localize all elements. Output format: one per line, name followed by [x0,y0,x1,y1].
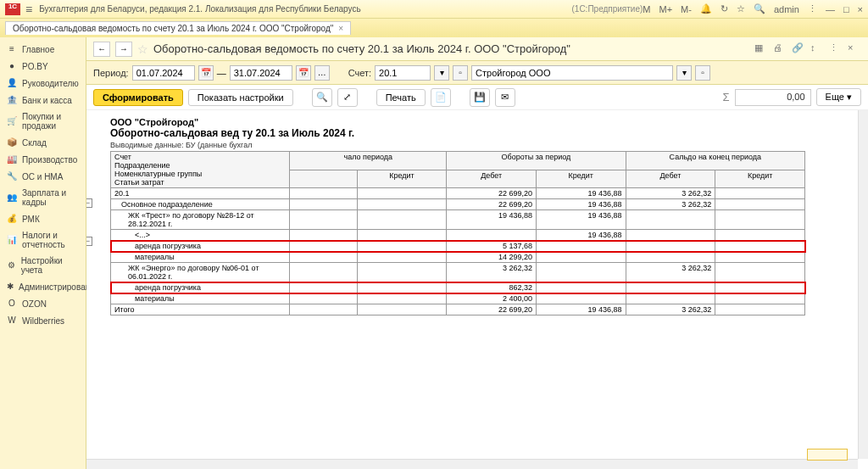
find-button[interactable]: 🔍 [312,88,332,107]
sidebar-item[interactable]: 📊Налоги и отчетность [0,227,86,253]
th-ed: Дебет [626,170,715,188]
account-open-button[interactable]: ▫ [453,65,468,81]
more-button[interactable]: Еще ▾ [816,88,861,106]
tab-label: Оборотно-сальдовая ведомость по счету 20… [13,24,333,33]
sidebar-icon: 🏭 [7,154,17,165]
sidebar-item[interactable]: 👤Руководителю [0,75,86,92]
tab-close-icon[interactable]: × [338,24,343,33]
scrollbar-vertical[interactable] [858,110,868,459]
sidebar-item[interactable]: ≡Главное [0,41,86,58]
nav-fwd-button[interactable]: → [115,42,132,57]
close-page-icon[interactable]: × [848,42,861,56]
row-ec [715,230,805,241]
sidebar-item[interactable]: 🔧ОС и НМА [0,168,86,185]
mail-button[interactable]: ✉ [495,88,515,107]
tree-toggle[interactable]: − [86,237,92,246]
row-label: материалы [111,252,290,263]
row-sd [290,282,357,293]
period-picker-button[interactable]: … [314,65,330,81]
tree-toggle[interactable]: − [86,198,92,208]
sidebar-item[interactable]: 🏦Банк и касса [0,92,86,109]
settings-icon[interactable]: ⋮ [808,3,817,14]
sidebar-icon: ✱ [7,282,14,292]
form-button[interactable]: Сформировать [93,89,183,106]
row-td: 14 299,20 [447,252,537,263]
row-sc [357,210,447,230]
row-label: аренда погрузчика [111,282,290,293]
tab-report[interactable]: Оборотно-сальдовая ведомость по счету 20… [5,21,351,35]
account-dd-button[interactable]: ▾ [434,65,449,81]
table-row[interactable]: материалы14 299,20 [111,252,805,263]
th-period-end: Сальдо на конец периода [626,152,804,170]
expand-button[interactable]: ⤢ [337,88,358,107]
link-icon[interactable]: 🔗 [792,42,805,56]
row-td: 5 137,68 [447,241,537,252]
show-settings-button[interactable]: Показать настройки [188,89,293,106]
bell-icon[interactable]: 🔔 [700,3,712,14]
history-icon[interactable]: ↻ [721,3,728,14]
row-label: Основное подразделение [111,199,290,210]
row-tc: 19 436,88 [536,199,626,210]
date-to-input[interactable] [230,65,292,81]
memory-mminus[interactable]: M- [681,4,692,14]
layout-icon[interactable]: ▦ [754,42,768,56]
menu-icon[interactable]: ≡ [25,3,32,16]
table-row[interactable]: Основное подразделение22 699,2019 436,88… [111,199,805,210]
table-row[interactable]: материалы2 400,00 [111,293,805,304]
table-row[interactable]: аренда погрузчика5 137,68 [111,241,805,252]
memory-m[interactable]: M [643,4,650,14]
maximize-icon[interactable]: □ [843,4,849,14]
minimize-icon[interactable]: — [826,4,835,14]
org-open-button[interactable]: ▫ [695,65,710,81]
row-ed [626,282,715,293]
export-button[interactable]: 📄 [431,88,451,107]
user-label[interactable]: admin [774,4,799,14]
sidebar-label: Налоги и отчетность [22,231,79,249]
th-div: Подразделение [114,161,286,170]
table-row[interactable]: ЖК «Трест» по договору №28-12 от 28.12.2… [111,210,805,230]
scrollbar-horizontal[interactable] [86,459,858,469]
table-row[interactable]: аренда погрузчика862,32 [111,282,805,293]
print-icon[interactable]: 🖨 [773,42,787,56]
sidebar-item[interactable]: WWildberries [0,312,86,329]
save-button[interactable]: 💾 [470,88,490,107]
star-icon[interactable]: ☆ [737,3,745,14]
table-row[interactable]: <...>19 436,88 [111,230,805,241]
table-row[interactable]: 20.122 699,2019 436,883 262,32 [111,188,805,199]
sidebar-item[interactable]: 🛒Покупки и продажи [0,109,86,134]
sidebar-item[interactable]: ⚙Настройки учета [0,253,86,278]
sidebar-item[interactable]: 🏭Производство [0,151,86,168]
more-icon[interactable]: ⋮ [829,42,843,56]
sidebar-icon: 🏦 [7,95,17,105]
sidebar-item[interactable]: 👥Зарплата и кадры [0,185,86,210]
account-input[interactable] [375,65,431,81]
org-dd-button[interactable]: ▾ [676,65,692,81]
total-label: Итого [111,304,290,315]
close-icon[interactable]: × [858,4,863,14]
memory-mplus[interactable]: M+ [659,4,673,14]
sidebar-item[interactable]: OOZON [0,295,86,312]
report-area: ООО "Стройгород" Оборотно-сальдовая вед … [86,110,868,469]
date-from-input[interactable] [132,65,195,81]
print-button[interactable]: Печать [376,89,426,106]
nav-back-button[interactable]: ← [93,42,110,57]
favorite-icon[interactable]: ☆ [137,42,148,56]
table-row[interactable]: ЖК «Энерго» по договору №06-01 от 06.01.… [111,263,805,282]
sidebar-label: Главное [22,45,54,54]
row-label: ЖК «Энерго» по договору №06-01 от 06.01.… [111,263,290,282]
org-input[interactable] [471,65,673,81]
sidebar-item[interactable]: ✱Администрирование [0,278,86,295]
report-table: Счет Подразделение Номенклатурные группы… [110,151,805,315]
sort-icon[interactable]: ↕ [810,42,824,56]
sidebar-icon: 🛒 [7,116,17,126]
row-label: <...> [111,230,290,241]
sidebar-item[interactable]: 📦Склад [0,134,86,151]
calendar-from-icon[interactable]: 📅 [198,65,214,81]
sidebar-item[interactable]: ●PO.BY [0,58,86,75]
calendar-to-icon[interactable]: 📅 [296,65,311,81]
total-td: 22 699,20 [447,304,537,315]
titlebar: 1C ≡ Бухгалтерия для Беларуси, редакция … [0,0,868,19]
sidebar-item[interactable]: 💰РМК [0,210,86,227]
sigma-icon[interactable]: Σ [723,91,730,103]
search-icon[interactable]: 🔍 [754,3,765,14]
